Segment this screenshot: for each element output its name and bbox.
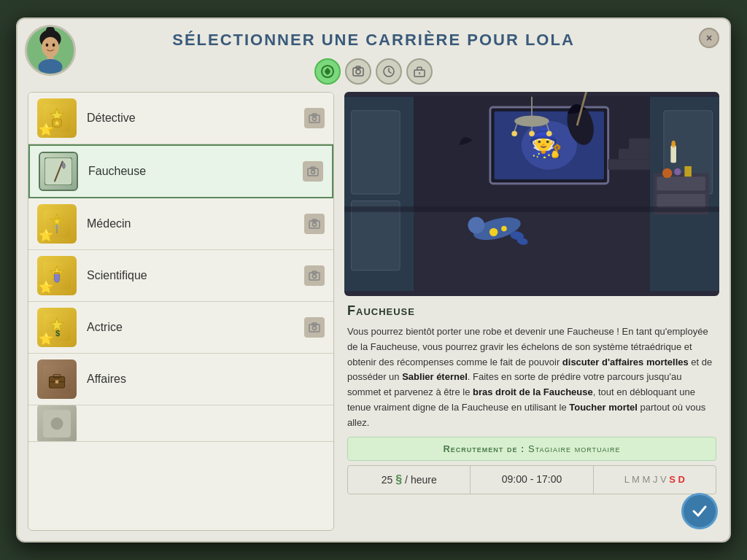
- career-list: ⭐ Détective: [28, 92, 334, 531]
- career-icon-scientifique: ⭐: [37, 256, 77, 295]
- svg-rect-35: [54, 272, 60, 274]
- stat-hours: 09:00 - 17:00: [471, 466, 593, 494]
- svg-rect-83: [657, 194, 705, 208]
- svg-rect-92: [629, 139, 650, 149]
- day-L: L: [624, 474, 632, 485]
- svg-rect-55: [352, 111, 400, 194]
- svg-rect-87: [670, 145, 676, 163]
- svg-point-51: [51, 417, 63, 429]
- svg-point-79: [489, 228, 498, 236]
- recruitment-role: Stagiaire mortuaire: [528, 443, 620, 454]
- svg-point-88: [671, 141, 676, 148]
- close-button[interactable]: ×: [699, 28, 719, 48]
- svg-point-43: [313, 327, 317, 330]
- stat-salary: 25 § / heure: [348, 466, 471, 494]
- svg-point-84: [662, 168, 672, 178]
- svg-point-9: [356, 70, 360, 74]
- day-S: S: [669, 474, 678, 485]
- svg-point-37: [313, 275, 317, 279]
- detective-stars: ⭐: [39, 122, 53, 136]
- career-item-medecin[interactable]: ⭐ Médecin: [28, 198, 333, 250]
- svg-point-31: [313, 223, 317, 227]
- filter-tab-4[interactable]: [406, 58, 433, 85]
- career-pack-medecin: [304, 214, 325, 234]
- day-D: D: [678, 474, 685, 485]
- career-item-affaires[interactable]: Affaires: [28, 354, 333, 405]
- svg-rect-91: [619, 149, 650, 159]
- svg-point-18: [313, 117, 317, 121]
- career-name-scientifique: Scientifique: [87, 269, 304, 282]
- modal-title: Sélectionner une carrière pour Lola: [61, 31, 686, 50]
- svg-point-76: [468, 217, 484, 233]
- simoleon-symbol: §: [395, 473, 402, 486]
- svg-point-69: [511, 131, 517, 136]
- career-item-detective[interactable]: ⭐ Détective: [28, 93, 333, 144]
- career-detail-title: Faucheuse: [347, 303, 716, 319]
- career-item-autre[interactable]: [28, 405, 333, 442]
- career-name-faucheuse: Faucheuse: [88, 165, 303, 178]
- svg-rect-89: [344, 206, 719, 212]
- career-detail-description: Vous pourrez bientôt porter une robe et …: [347, 324, 716, 431]
- career-pack-actrice: [304, 317, 325, 338]
- stat-days: L M M J V S D: [594, 466, 716, 494]
- career-name-detective: Détective: [87, 112, 304, 125]
- career-item-scientifique[interactable]: ⭐ Scientifique: [28, 250, 333, 302]
- confirm-button[interactable]: [681, 493, 718, 529]
- svg-point-7: [39, 59, 63, 75]
- svg-point-80: [501, 226, 507, 232]
- career-icon-autre: [37, 405, 77, 442]
- day-M1: M: [632, 474, 642, 485]
- svg-point-70: [529, 131, 535, 136]
- career-pack-faucheuse: [303, 161, 323, 182]
- recruitment-label: Recrutement de :: [443, 443, 525, 454]
- filter-tab-2[interactable]: [345, 58, 371, 85]
- medecin-stars: ⭐: [39, 228, 53, 242]
- career-item-faucheuse[interactable]: Faucheuse: [28, 144, 333, 198]
- scientifique-stars: ⭐: [39, 280, 53, 294]
- career-image: 🧙: [344, 92, 719, 296]
- desc-link4: Toucher mortel: [569, 402, 638, 413]
- career-icon-detective: ⭐: [37, 98, 77, 138]
- modal-header: Sélectionner une carrière pour Lola ×: [18, 19, 729, 55]
- svg-text:🧙: 🧙: [528, 126, 563, 160]
- stats-bar: 25 § / heure 09:00 - 17:00 L M M J V: [347, 465, 716, 494]
- day-J: J: [653, 474, 660, 485]
- actrice-stars: ⭐: [39, 332, 53, 346]
- career-selection-modal: Sélectionner une carrière pour Lola ×: [16, 18, 731, 542]
- career-pack-detective: [304, 108, 325, 128]
- hours-value: 09:00 - 17:00: [502, 473, 562, 485]
- desc-link3: bras droit de la Faucheuse: [473, 386, 593, 397]
- svg-point-71: [546, 131, 552, 136]
- career-icon-affaires: [37, 359, 77, 399]
- svg-rect-86: [684, 166, 692, 176]
- career-icon-actrice: $ ⭐: [37, 308, 77, 347]
- salary-unit: / heure: [405, 474, 437, 486]
- filter-tab-all[interactable]: [314, 58, 341, 85]
- day-V: V: [660, 474, 669, 485]
- svg-rect-90: [608, 159, 650, 169]
- recruitment-bar: Recrutement de : Stagiaire mortuaire: [347, 437, 716, 461]
- desc-link1: discuter d'affaires mortelles: [562, 357, 689, 368]
- svg-text:$: $: [55, 329, 61, 338]
- career-pack-scientifique: [304, 265, 325, 286]
- career-name-medecin: Médecin: [87, 217, 304, 230]
- career-name-affaires: Affaires: [87, 373, 325, 386]
- svg-point-85: [674, 168, 681, 176]
- svg-rect-49: [55, 380, 58, 383]
- career-item-actrice[interactable]: $ ⭐ Actrice: [28, 302, 333, 354]
- career-detail: 🧙: [344, 92, 719, 531]
- modal-body: ⭐ Détective: [18, 92, 729, 541]
- filter-tabs: [18, 55, 729, 92]
- svg-point-24: [311, 171, 315, 174]
- desc-link2: Sablier éternel: [402, 371, 468, 382]
- day-M2: M: [642, 474, 652, 485]
- career-icon-faucheuse: [39, 152, 78, 191]
- career-icon-medecin: ⭐: [37, 204, 77, 244]
- filter-tab-3[interactable]: [376, 58, 402, 85]
- svg-rect-82: [657, 176, 705, 190]
- salary-amount: 25: [382, 474, 393, 486]
- career-info: Faucheuse Vous pourrez bientôt porter un…: [344, 296, 719, 531]
- career-name-actrice: Actrice: [87, 321, 304, 334]
